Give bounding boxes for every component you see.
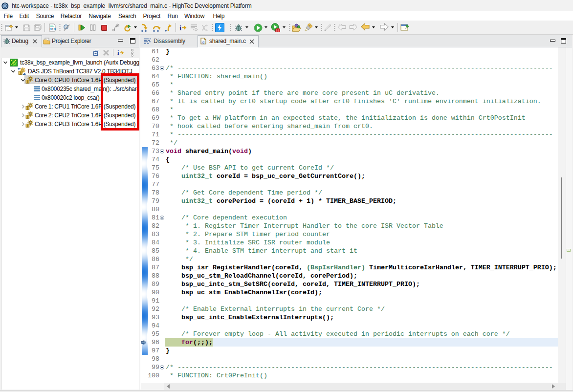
svg-text:010: 010 bbox=[50, 27, 56, 31]
svg-text:i: i bbox=[179, 24, 181, 32]
svg-text:.c: .c bbox=[201, 40, 204, 44]
svg-text:i: i bbox=[117, 49, 119, 56]
